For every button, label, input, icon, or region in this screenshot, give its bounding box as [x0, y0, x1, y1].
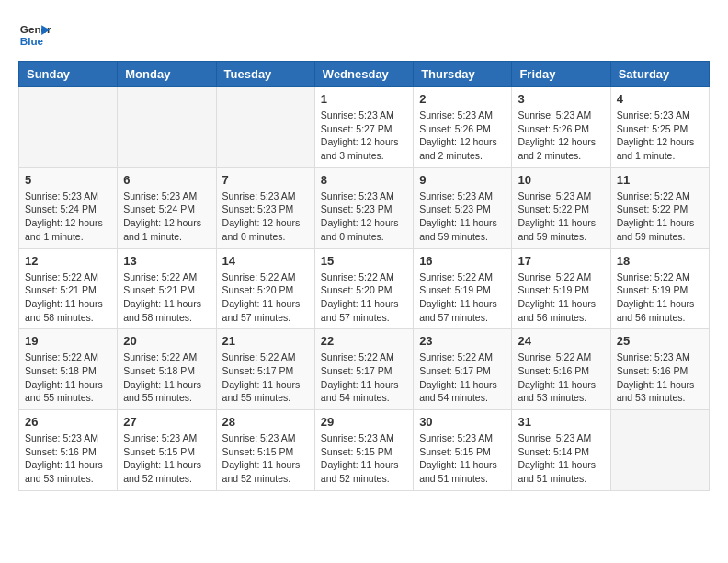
- day-number: 22: [321, 334, 407, 348]
- day-number: 11: [617, 173, 703, 187]
- day-number: 21: [222, 334, 309, 348]
- calendar-cell: 17Sunrise: 5:22 AMSunset: 5:19 PMDayligh…: [512, 248, 610, 329]
- day-number: 7: [222, 173, 309, 187]
- calendar-week-2: 5Sunrise: 5:23 AMSunset: 5:24 PMDaylight…: [19, 167, 710, 248]
- calendar-cell: 4Sunrise: 5:23 AMSunset: 5:25 PMDaylight…: [610, 87, 709, 168]
- calendar-cell: 27Sunrise: 5:23 AMSunset: 5:15 PMDayligh…: [118, 410, 216, 491]
- day-number: 15: [321, 254, 407, 268]
- calendar-cell: 5Sunrise: 5:23 AMSunset: 5:24 PMDaylight…: [19, 167, 118, 248]
- calendar-cell: 20Sunrise: 5:22 AMSunset: 5:18 PMDayligh…: [118, 329, 216, 410]
- day-info: Sunrise: 5:23 AMSunset: 5:26 PMDaylight:…: [419, 109, 506, 163]
- logo-icon: General Blue: [18, 18, 51, 52]
- day-info: Sunrise: 5:23 AMSunset: 5:16 PMDaylight:…: [617, 350, 703, 405]
- day-info: Sunrise: 5:23 AMSunset: 5:22 PMDaylight:…: [518, 190, 604, 244]
- day-number: 5: [25, 173, 111, 187]
- day-info: Sunrise: 5:22 AMSunset: 5:17 PMDaylight:…: [321, 350, 407, 405]
- calendar-cell: 24Sunrise: 5:22 AMSunset: 5:16 PMDayligh…: [512, 329, 610, 410]
- day-info: Sunrise: 5:22 AMSunset: 5:19 PMDaylight:…: [419, 270, 506, 325]
- calendar-cell: 8Sunrise: 5:23 AMSunset: 5:23 PMDaylight…: [314, 167, 413, 248]
- day-number: 17: [518, 254, 604, 268]
- calendar-cell: 22Sunrise: 5:22 AMSunset: 5:17 PMDayligh…: [314, 329, 413, 410]
- day-info: Sunrise: 5:23 AMSunset: 5:16 PMDaylight:…: [25, 431, 111, 486]
- day-number: 3: [518, 92, 604, 106]
- day-number: 27: [123, 415, 210, 429]
- logo: General Blue: [18, 18, 51, 52]
- weekday-header-row: SundayMondayTuesdayWednesdayThursdayFrid…: [19, 62, 710, 87]
- calendar-cell: 23Sunrise: 5:22 AMSunset: 5:17 PMDayligh…: [414, 329, 512, 410]
- day-number: 28: [222, 415, 309, 429]
- calendar-cell: 13Sunrise: 5:22 AMSunset: 5:21 PMDayligh…: [118, 248, 216, 329]
- day-number: 31: [518, 415, 604, 429]
- day-number: 24: [518, 334, 604, 348]
- day-info: Sunrise: 5:22 AMSunset: 5:18 PMDaylight:…: [123, 350, 210, 405]
- day-number: 1: [321, 92, 407, 106]
- day-number: 8: [321, 173, 407, 187]
- calendar-cell: 15Sunrise: 5:22 AMSunset: 5:20 PMDayligh…: [314, 248, 413, 329]
- day-info: Sunrise: 5:22 AMSunset: 5:20 PMDaylight:…: [321, 270, 407, 325]
- day-info: Sunrise: 5:22 AMSunset: 5:18 PMDaylight:…: [25, 350, 111, 405]
- day-info: Sunrise: 5:22 AMSunset: 5:21 PMDaylight:…: [123, 270, 210, 325]
- weekday-header-wednesday: Wednesday: [314, 62, 413, 87]
- day-number: 9: [419, 173, 506, 187]
- calendar-cell: [19, 87, 118, 168]
- calendar-cell: 28Sunrise: 5:23 AMSunset: 5:15 PMDayligh…: [216, 410, 314, 491]
- calendar-week-3: 12Sunrise: 5:22 AMSunset: 5:21 PMDayligh…: [19, 248, 710, 329]
- day-number: 18: [617, 254, 703, 268]
- day-number: 23: [419, 334, 506, 348]
- calendar-cell: 14Sunrise: 5:22 AMSunset: 5:20 PMDayligh…: [216, 248, 314, 329]
- calendar-cell: 7Sunrise: 5:23 AMSunset: 5:23 PMDaylight…: [216, 167, 314, 248]
- calendar-cell: 25Sunrise: 5:23 AMSunset: 5:16 PMDayligh…: [610, 329, 709, 410]
- calendar-cell: 18Sunrise: 5:22 AMSunset: 5:19 PMDayligh…: [610, 248, 709, 329]
- day-number: 12: [25, 254, 111, 268]
- day-number: 26: [25, 415, 111, 429]
- calendar-cell: 29Sunrise: 5:23 AMSunset: 5:15 PMDayligh…: [314, 410, 413, 491]
- day-number: 13: [123, 254, 210, 268]
- day-number: 14: [222, 254, 309, 268]
- calendar-cell: 12Sunrise: 5:22 AMSunset: 5:21 PMDayligh…: [19, 248, 118, 329]
- day-info: Sunrise: 5:22 AMSunset: 5:17 PMDaylight:…: [222, 350, 309, 405]
- day-info: Sunrise: 5:23 AMSunset: 5:15 PMDaylight:…: [321, 431, 407, 486]
- calendar-cell: [118, 87, 216, 168]
- day-info: Sunrise: 5:23 AMSunset: 5:27 PMDaylight:…: [321, 109, 407, 163]
- weekday-header-tuesday: Tuesday: [216, 62, 314, 87]
- calendar-cell: 16Sunrise: 5:22 AMSunset: 5:19 PMDayligh…: [414, 248, 512, 329]
- calendar-cell: 19Sunrise: 5:22 AMSunset: 5:18 PMDayligh…: [19, 329, 118, 410]
- calendar-cell: 21Sunrise: 5:22 AMSunset: 5:17 PMDayligh…: [216, 329, 314, 410]
- day-info: Sunrise: 5:23 AMSunset: 5:23 PMDaylight:…: [321, 190, 407, 244]
- day-info: Sunrise: 5:23 AMSunset: 5:23 PMDaylight:…: [222, 190, 309, 244]
- day-info: Sunrise: 5:23 AMSunset: 5:24 PMDaylight:…: [25, 190, 111, 244]
- day-number: 30: [419, 415, 506, 429]
- weekday-header-thursday: Thursday: [414, 62, 512, 87]
- day-info: Sunrise: 5:23 AMSunset: 5:26 PMDaylight:…: [518, 109, 604, 163]
- calendar-cell: 6Sunrise: 5:23 AMSunset: 5:24 PMDaylight…: [118, 167, 216, 248]
- day-info: Sunrise: 5:22 AMSunset: 5:20 PMDaylight:…: [222, 270, 309, 325]
- day-number: 19: [25, 334, 111, 348]
- calendar-cell: 11Sunrise: 5:22 AMSunset: 5:22 PMDayligh…: [610, 167, 709, 248]
- svg-text:Blue: Blue: [20, 35, 44, 47]
- calendar-cell: 10Sunrise: 5:23 AMSunset: 5:22 PMDayligh…: [512, 167, 610, 248]
- day-info: Sunrise: 5:23 AMSunset: 5:14 PMDaylight:…: [518, 431, 604, 486]
- day-number: 2: [419, 92, 506, 106]
- day-info: Sunrise: 5:22 AMSunset: 5:22 PMDaylight:…: [617, 190, 703, 244]
- day-info: Sunrise: 5:23 AMSunset: 5:15 PMDaylight:…: [419, 431, 506, 486]
- day-info: Sunrise: 5:23 AMSunset: 5:15 PMDaylight:…: [222, 431, 309, 486]
- day-number: 16: [419, 254, 506, 268]
- day-info: Sunrise: 5:22 AMSunset: 5:16 PMDaylight:…: [518, 350, 604, 405]
- day-number: 29: [321, 415, 407, 429]
- calendar-cell: 1Sunrise: 5:23 AMSunset: 5:27 PMDaylight…: [314, 87, 413, 168]
- calendar-cell: 9Sunrise: 5:23 AMSunset: 5:23 PMDaylight…: [414, 167, 512, 248]
- day-number: 4: [617, 92, 703, 106]
- day-number: 10: [518, 173, 604, 187]
- page-header: General Blue: [18, 18, 710, 52]
- calendar-cell: 26Sunrise: 5:23 AMSunset: 5:16 PMDayligh…: [19, 410, 118, 491]
- weekday-header-sunday: Sunday: [19, 62, 118, 87]
- calendar-week-5: 26Sunrise: 5:23 AMSunset: 5:16 PMDayligh…: [19, 410, 710, 491]
- calendar-cell: 30Sunrise: 5:23 AMSunset: 5:15 PMDayligh…: [414, 410, 512, 491]
- day-number: 20: [123, 334, 210, 348]
- calendar-table: SundayMondayTuesdayWednesdayThursdayFrid…: [18, 61, 710, 491]
- calendar-cell: 31Sunrise: 5:23 AMSunset: 5:14 PMDayligh…: [512, 410, 610, 491]
- day-info: Sunrise: 5:22 AMSunset: 5:21 PMDaylight:…: [25, 270, 111, 325]
- day-number: 25: [617, 334, 703, 348]
- day-number: 6: [123, 173, 210, 187]
- calendar-cell: 3Sunrise: 5:23 AMSunset: 5:26 PMDaylight…: [512, 87, 610, 168]
